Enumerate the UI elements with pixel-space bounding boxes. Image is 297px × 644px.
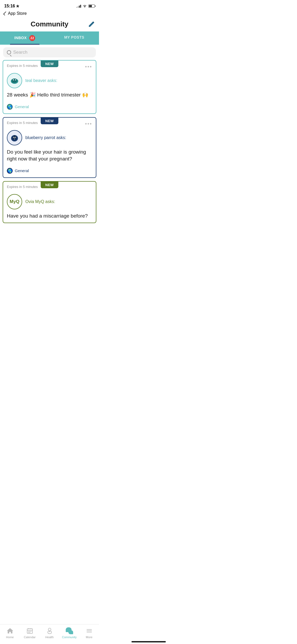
svg-point-4 — [15, 79, 16, 80]
status-bar: 15:16 — [0, 0, 99, 10]
svg-point-8 — [13, 137, 14, 138]
new-badge: NEW — [41, 61, 59, 67]
wifi-icon — [83, 4, 87, 8]
post-content: 28 weeks 🎉 Hello third trimester 🙌 — [3, 90, 96, 102]
new-badge: NEW — [41, 118, 59, 124]
back-arrow-icon — [3, 11, 7, 16]
category-text: General — [15, 168, 29, 173]
author-name: blueberry parrot asks: — [25, 135, 66, 140]
posts-list: Expires in 5 minutes NEW ••• teal beaver… — [0, 60, 99, 223]
avatar — [7, 130, 22, 145]
expires-text: Expires in 5 minutes — [7, 64, 38, 68]
app-store-back-nav[interactable]: App Store — [0, 10, 99, 18]
parrot-avatar-icon — [10, 133, 20, 142]
post-author-row: teal beaver asks: — [3, 70, 96, 90]
author-name: teal beaver asks: — [25, 78, 57, 83]
main-content: Search Expires in 5 minutes NEW ••• — [0, 45, 99, 250]
post-author-row: MyQ Ovia MyQ asks: — [3, 191, 96, 211]
more-options-button[interactable]: ••• — [85, 121, 92, 127]
post-card[interactable]: Expires in 5 minutes NEW ••• teal beaver… — [3, 60, 96, 114]
search-placeholder: Search — [13, 50, 27, 55]
post-card-header: Expires in 5 minutes NEW ••• — [3, 182, 96, 191]
category-text: General — [15, 104, 29, 109]
post-card[interactable]: Expires in 5 minutes NEW ••• bl — [3, 117, 96, 178]
inbox-tab-label: INBOX — [14, 36, 27, 40]
globe-icon: 🌎 — [7, 104, 13, 110]
post-category-row: 🌎 General — [3, 166, 96, 177]
expires-text: Expires in 5 minutes — [7, 185, 38, 189]
signal-bars-icon — [76, 4, 81, 8]
post-card[interactable]: Expires in 5 minutes NEW ••• MyQ Ovia My… — [3, 181, 96, 223]
new-badge: NEW — [41, 182, 59, 188]
author-name: Ovia MyQ asks: — [25, 199, 55, 204]
page-header: Community — [0, 18, 99, 31]
post-content: Do you feel like your hair is growing ri… — [3, 148, 96, 166]
status-time: 15:16 — [4, 4, 15, 8]
post-content: Have you had a miscarriage before? — [3, 211, 96, 223]
avatar — [7, 73, 22, 88]
tabs-container: INBOX 22 MY POSTS — [0, 31, 99, 45]
search-container: Search — [0, 45, 99, 60]
status-icons — [76, 4, 95, 8]
tab-inbox[interactable]: INBOX 22 — [0, 31, 50, 45]
battery-icon — [88, 4, 95, 8]
post-author-row: blueberry parrot asks: — [3, 127, 96, 148]
pencil-icon — [88, 21, 95, 28]
inbox-badge: 22 — [29, 35, 35, 41]
post-category-row: 🌎 General — [3, 102, 96, 113]
my-posts-tab-label: MY POSTS — [64, 35, 84, 39]
beaver-avatar-icon — [10, 76, 20, 85]
back-label: App Store — [8, 11, 27, 16]
location-icon — [16, 4, 19, 8]
page-title: Community — [31, 20, 68, 28]
tab-my-posts[interactable]: MY POSTS — [50, 31, 99, 45]
svg-point-3 — [13, 79, 14, 80]
more-options-button[interactable]: ••• — [85, 64, 92, 70]
avatar: MyQ — [7, 194, 22, 209]
search-box[interactable]: Search — [3, 47, 96, 57]
edit-button[interactable] — [88, 21, 95, 29]
search-icon — [7, 50, 11, 54]
globe-icon: 🌎 — [7, 168, 13, 174]
post-card-header: Expires in 5 minutes NEW ••• — [3, 61, 96, 70]
expires-text: Expires in 5 minutes — [7, 121, 38, 125]
svg-point-9 — [15, 137, 16, 138]
post-card-header: Expires in 5 minutes NEW ••• — [3, 118, 96, 127]
